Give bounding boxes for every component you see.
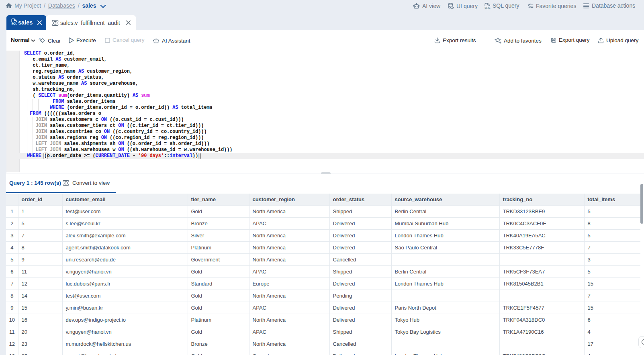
svg-text:SQL: SQL — [485, 6, 491, 9]
svg-text:A: A — [39, 37, 41, 41]
svg-text:SQL: SQL — [11, 22, 17, 25]
